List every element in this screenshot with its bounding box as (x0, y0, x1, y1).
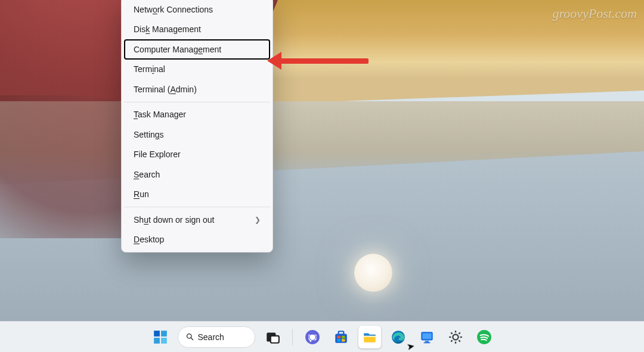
chevron-right-icon: ❯ (255, 216, 261, 224)
menu-item-label: Terminal (134, 64, 165, 74)
menu-item-label: Disk Management (134, 24, 201, 34)
desktop-wallpaper (0, 0, 644, 352)
start-button[interactable] (149, 326, 172, 348)
menu-item-settings[interactable]: Settings (124, 124, 270, 145)
menu-item-label: Settings (134, 130, 164, 139)
search-icon (185, 332, 194, 341)
settings-icon-glyph (448, 329, 463, 345)
menu-item-label: Task Manager (134, 110, 186, 119)
moon-reflection (354, 254, 392, 292)
task-view-button[interactable] (261, 326, 284, 348)
menu-item-network-connections[interactable]: Network Connections (124, 0, 270, 20)
edge-icon-glyph (391, 329, 406, 345)
menu-item-search[interactable]: Search (124, 164, 270, 185)
settings-icon[interactable] (444, 326, 467, 348)
menu-item-label: Run (134, 189, 149, 199)
monitor-app-icon-glyph (419, 329, 435, 345)
menu-separator (124, 102, 270, 102)
menu-item-label: Shut down or sign out (134, 215, 214, 225)
menu-item-run[interactable]: Run (124, 185, 270, 205)
menu-item-label: File Explorer (134, 149, 181, 159)
spotify-icon[interactable] (473, 326, 496, 348)
menu-item-terminal-admin[interactable]: Terminal (Admin) (124, 79, 270, 99)
menu-item-terminal[interactable]: Terminal (124, 60, 270, 80)
menu-separator (124, 207, 270, 207)
menu-item-computer-management[interactable]: Computer Management (124, 39, 270, 60)
start-button-glyph (153, 329, 168, 345)
menu-item-label: Terminal (Admin) (134, 85, 197, 94)
menu-item-shut-down-or-sign-out[interactable]: Shut down or sign out❯ (124, 210, 270, 230)
winx-context-menu[interactable]: Network ConnectionsDisk ManagementComput… (121, 0, 273, 253)
menu-item-label: Network Connections (134, 5, 213, 14)
watermark-text: groovyPost.com (552, 6, 637, 21)
spotify-icon-glyph (476, 329, 492, 345)
file-explorer-icon[interactable] (358, 326, 381, 348)
menu-item-file-explorer[interactable]: File Explorer (124, 145, 270, 165)
menu-item-label: Desktop (134, 235, 164, 244)
search-label: Search (198, 332, 224, 342)
menu-item-label: Computer Management (134, 45, 221, 54)
taskbar-divider (292, 329, 293, 345)
menu-item-label: Search (134, 170, 160, 179)
menu-item-desktop[interactable]: Desktop (124, 230, 270, 250)
microsoft-store-icon-glyph (333, 329, 349, 345)
menu-item-task-manager[interactable]: Task Manager (124, 105, 270, 125)
monitor-app-icon[interactable] (416, 326, 438, 348)
teams-icon[interactable] (301, 326, 324, 348)
file-explorer-icon-glyph (362, 329, 377, 345)
teams-icon-glyph (305, 329, 320, 345)
menu-item-disk-management[interactable]: Disk Management (124, 20, 270, 40)
task-view-button-glyph (265, 329, 280, 345)
taskbar: Search (0, 321, 644, 352)
search-pill[interactable]: Search (178, 326, 255, 348)
microsoft-store-icon[interactable] (330, 326, 352, 348)
